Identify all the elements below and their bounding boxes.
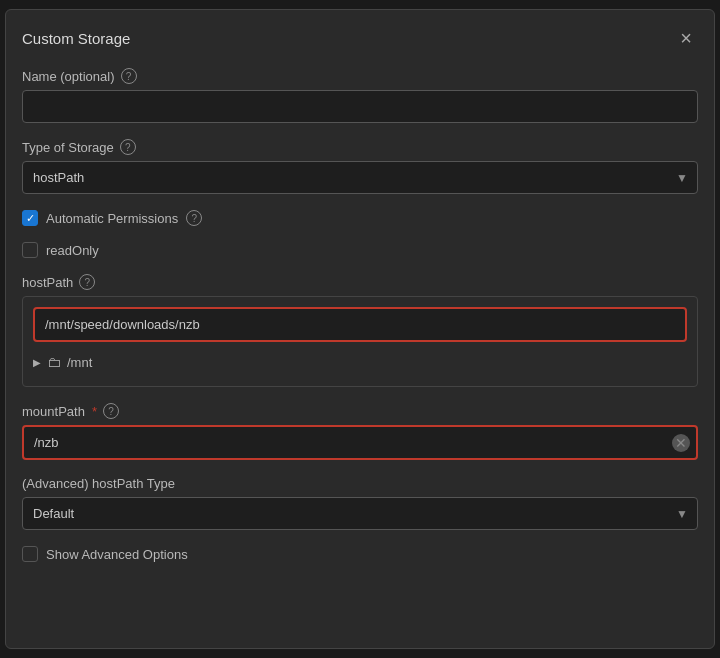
type-select-wrapper: hostPath nfs smb pvc ▼ <box>22 161 698 194</box>
advanced-hostpath-type-select-wrapper: Default DirectoryOrCreate Directory File… <box>22 497 698 530</box>
close-button[interactable]: × <box>674 26 698 50</box>
readonly-row: readOnly <box>22 242 698 258</box>
hostpath-group: hostPath ? ▶ 🗀 /mnt <box>22 274 698 387</box>
name-group: Name (optional) ? <box>22 68 698 123</box>
readonly-label: readOnly <box>46 243 99 258</box>
mountpath-help-icon[interactable]: ? <box>103 403 119 419</box>
show-advanced-options-label: Show Advanced Options <box>46 547 188 562</box>
automatic-permissions-label: Automatic Permissions <box>46 211 178 226</box>
type-help-icon[interactable]: ? <box>120 139 136 155</box>
automatic-permissions-help-icon[interactable]: ? <box>186 210 202 226</box>
folder-icon: 🗀 <box>47 354 61 370</box>
mountpath-label: mountPath * ? <box>22 403 698 419</box>
mountpath-input-wrapper: ✕ <box>22 425 698 460</box>
advanced-hostpath-type-select[interactable]: Default DirectoryOrCreate Directory File… <box>22 497 698 530</box>
folder-name: /mnt <box>67 355 92 370</box>
hostpath-section: ▶ 🗀 /mnt <box>22 296 698 387</box>
type-of-storage-select[interactable]: hostPath nfs smb pvc <box>22 161 698 194</box>
hostpath-help-icon[interactable]: ? <box>79 274 95 290</box>
folder-tree: ▶ 🗀 /mnt <box>23 342 697 386</box>
type-of-storage-group: Type of Storage ? hostPath nfs smb pvc ▼ <box>22 139 698 194</box>
advanced-hostpath-type-group: (Advanced) hostPath Type Default Directo… <box>22 476 698 530</box>
hostpath-inner <box>23 297 697 342</box>
folder-row: ▶ 🗀 /mnt <box>23 346 697 378</box>
show-advanced-options-row: Show Advanced Options <box>22 546 698 562</box>
name-input[interactable] <box>22 90 698 123</box>
mountpath-input[interactable] <box>22 425 698 460</box>
hostpath-label: hostPath ? <box>22 274 698 290</box>
mountpath-group: mountPath * ? ✕ <box>22 403 698 460</box>
automatic-permissions-row: Automatic Permissions ? <box>22 210 698 226</box>
folder-expand-icon[interactable]: ▶ <box>33 357 41 368</box>
modal-title: Custom Storage <box>22 30 130 47</box>
modal-header: Custom Storage × <box>22 26 698 50</box>
mountpath-required-star: * <box>92 404 97 419</box>
show-advanced-options-checkbox[interactable] <box>22 546 38 562</box>
advanced-hostpath-type-label: (Advanced) hostPath Type <box>22 476 698 491</box>
custom-storage-modal: Custom Storage × Name (optional) ? Type … <box>5 9 715 649</box>
name-label: Name (optional) ? <box>22 68 698 84</box>
type-of-storage-label: Type of Storage ? <box>22 139 698 155</box>
automatic-permissions-checkbox[interactable] <box>22 210 38 226</box>
mountpath-clear-icon[interactable]: ✕ <box>672 434 690 452</box>
hostpath-input[interactable] <box>33 307 687 342</box>
readonly-checkbox[interactable] <box>22 242 38 258</box>
name-help-icon[interactable]: ? <box>121 68 137 84</box>
